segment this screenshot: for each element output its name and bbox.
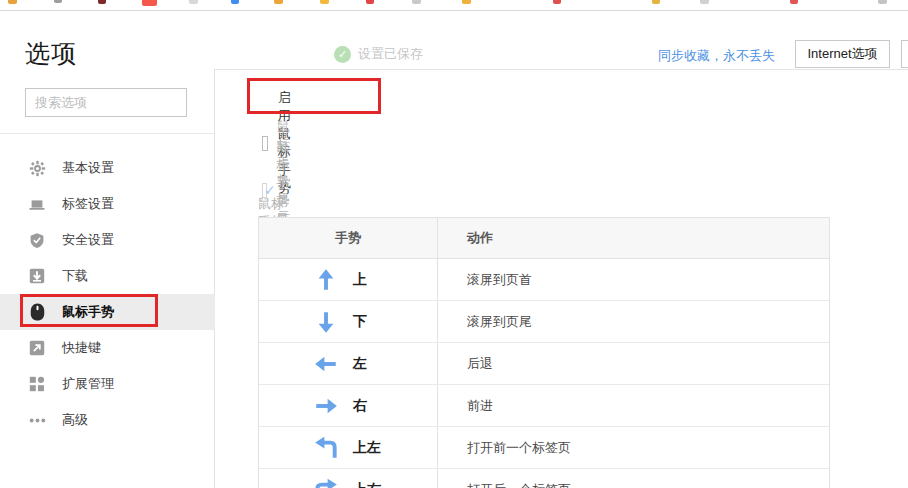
sidebar-item-label: 下载 bbox=[62, 267, 88, 285]
check-circle-icon: ✓ bbox=[334, 46, 351, 63]
sidebar-item-advanced[interactable]: 高级 bbox=[0, 402, 215, 438]
arrow-up-icon bbox=[313, 267, 339, 293]
table-row: 上右 打开后一个标签页 bbox=[259, 469, 829, 488]
gesture-table-header: 手势 动作 bbox=[259, 218, 829, 259]
sidebar-item-downloads[interactable]: 下载 bbox=[0, 258, 215, 294]
action-label: 滚屏到页尾 bbox=[467, 313, 532, 331]
saved-status: ✓ 设置已保存 bbox=[334, 45, 423, 63]
saved-status-label: 设置已保存 bbox=[358, 45, 423, 63]
action-label: 前进 bbox=[467, 397, 493, 415]
table-row: 左 后退 bbox=[259, 343, 829, 385]
favicon-fragment bbox=[790, 0, 798, 4]
gesture-label: 下 bbox=[353, 313, 383, 331]
tabs-icon bbox=[28, 195, 46, 213]
favicon-fragment bbox=[700, 0, 709, 4]
action-label: 打开后一个标签页 bbox=[467, 481, 571, 488]
shield-check-icon bbox=[28, 231, 46, 249]
favicon-fragment bbox=[412, 0, 421, 4]
table-row: 下 滚屏到页尾 bbox=[259, 301, 829, 343]
sidebar-item-label: 鼠标手势 bbox=[62, 303, 114, 321]
sidebar-nav: 基本设置 标签设置 安全设置 下载 bbox=[0, 150, 215, 438]
options-page: 选项 ✓ 设置已保存 同步收藏，永不丢失 Internet选项 基本设置 标签设… bbox=[0, 0, 908, 488]
arrow-down-icon bbox=[313, 309, 339, 335]
sidebar-item-label: 快捷键 bbox=[62, 339, 101, 357]
favicon-fragment bbox=[320, 0, 329, 4]
gesture-label: 上 bbox=[353, 271, 383, 289]
extensions-grid-icon bbox=[28, 375, 46, 393]
favicon-fragment bbox=[878, 0, 887, 4]
download-icon bbox=[28, 267, 46, 285]
favicon-fragment bbox=[652, 0, 660, 4]
favicon-fragment bbox=[462, 0, 471, 4]
sidebar-item-tab-settings[interactable]: 标签设置 bbox=[0, 186, 215, 222]
favicon-fragment bbox=[98, 0, 106, 4]
sidebar-item-extensions[interactable]: 扩展管理 bbox=[0, 366, 215, 402]
arrow-up-right-icon bbox=[313, 477, 339, 488]
gear-icon bbox=[28, 159, 46, 177]
favicon-fragment bbox=[274, 0, 283, 4]
favicon-fragment bbox=[189, 0, 198, 4]
sidebar-item-basic-settings[interactable]: 基本设置 bbox=[0, 150, 215, 186]
favicon-fragment bbox=[54, 0, 62, 3]
shortcut-arrow-icon bbox=[28, 339, 46, 357]
gesture-table: 手势 动作 上 滚屏到页首 下 滚屏到页尾 左 bbox=[258, 217, 830, 488]
sidebar-item-label: 基本设置 bbox=[62, 159, 114, 177]
sidebar: 基本设置 标签设置 安全设置 下载 bbox=[0, 69, 215, 488]
cutoff-button[interactable] bbox=[901, 40, 908, 68]
favicon-fragment bbox=[553, 0, 561, 4]
page-title: 选项 bbox=[25, 37, 77, 70]
gesture-label: 上左 bbox=[353, 439, 383, 457]
table-row: 右 前进 bbox=[259, 385, 829, 427]
gesture-label: 左 bbox=[353, 355, 383, 373]
action-column-header: 动作 bbox=[438, 218, 829, 258]
action-label: 滚屏到页首 bbox=[467, 271, 532, 289]
table-row: 上左 打开前一个标签页 bbox=[259, 427, 829, 469]
sidebar-item-mouse-gestures[interactable]: 鼠标手势 bbox=[0, 294, 215, 330]
sidebar-item-security-settings[interactable]: 安全设置 bbox=[0, 222, 215, 258]
action-label: 打开前一个标签页 bbox=[467, 439, 571, 457]
arrow-left-icon bbox=[313, 351, 339, 377]
sidebar-item-label: 安全设置 bbox=[62, 231, 114, 249]
table-row: 上 滚屏到页首 bbox=[259, 259, 829, 301]
arrow-up-left-icon bbox=[313, 435, 339, 461]
favicon-fragment bbox=[231, 0, 239, 4]
sidebar-item-label: 标签设置 bbox=[62, 195, 114, 213]
sidebar-item-label: 高级 bbox=[62, 411, 88, 429]
mouse-icon bbox=[28, 303, 46, 321]
internet-options-button[interactable]: Internet选项 bbox=[795, 40, 890, 68]
gesture-label: 右 bbox=[353, 397, 383, 415]
favicon-fragment bbox=[142, 0, 157, 6]
more-dots-icon bbox=[28, 411, 46, 429]
sidebar-item-label: 扩展管理 bbox=[62, 375, 114, 393]
gesture-label: 上右 bbox=[353, 481, 383, 488]
favicon-fragment bbox=[8, 0, 17, 4]
sync-bookmarks-link[interactable]: 同步收藏，永不丢失 bbox=[658, 47, 775, 65]
sidebar-item-shortcuts[interactable]: 快捷键 bbox=[0, 330, 215, 366]
favicon-fragment bbox=[366, 0, 374, 4]
arrow-right-icon bbox=[313, 393, 339, 419]
action-label: 后退 bbox=[467, 355, 493, 373]
sidebar-divider bbox=[0, 133, 215, 134]
page-header: 选项 ✓ 设置已保存 同步收藏，永不丢失 Internet选项 bbox=[0, 11, 908, 70]
gesture-column-header: 手势 bbox=[259, 218, 438, 258]
bookmarks-bar-strip bbox=[0, 0, 908, 11]
search-input[interactable] bbox=[25, 88, 187, 117]
